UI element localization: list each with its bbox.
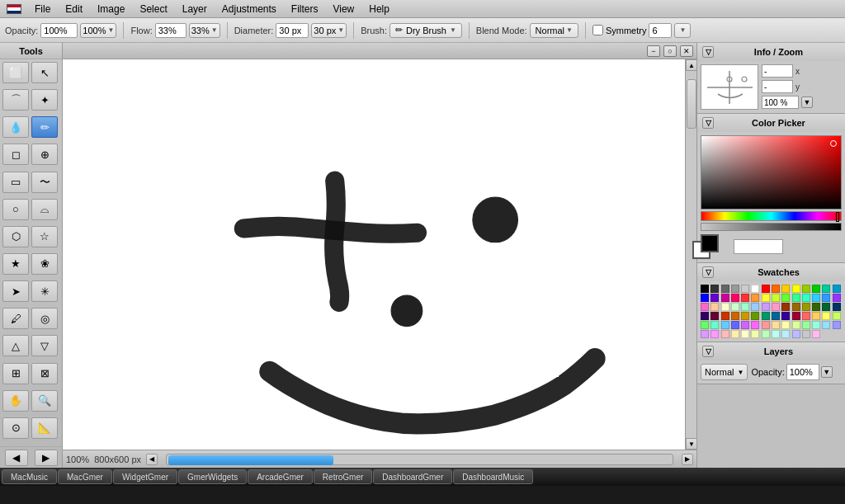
tool-star-fill[interactable]: ★ <box>2 253 29 275</box>
swatch-36[interactable] <box>781 303 790 311</box>
swatch-59[interactable] <box>731 321 739 329</box>
flow-dropdown[interactable]: 33% ▼ <box>189 23 220 38</box>
tool-lasso-poly[interactable]: ⌓ <box>31 199 58 220</box>
swatch-24[interactable] <box>802 294 810 302</box>
swatch-50[interactable] <box>781 312 790 320</box>
swatch-48[interactable] <box>762 312 770 320</box>
symmetry-input[interactable] <box>649 23 672 38</box>
swatch-31[interactable] <box>731 303 739 311</box>
menu-adjustments[interactable]: Adjustments <box>215 2 283 16</box>
tool-marquee-rect[interactable]: ⬜ <box>2 62 29 83</box>
swatch-5[interactable] <box>751 285 759 293</box>
swatch-1[interactable] <box>710 285 719 293</box>
tool-brush[interactable]: ✏ <box>31 116 58 138</box>
swatch-32[interactable] <box>741 303 749 311</box>
tool-eyedropper2[interactable]: ⊙ <box>2 417 29 439</box>
swatch-46[interactable] <box>741 312 749 320</box>
swatch-23[interactable] <box>792 294 800 302</box>
swatch-72[interactable] <box>721 330 729 338</box>
swatch-61[interactable] <box>751 321 759 329</box>
tool-arrow[interactable]: ➤ <box>2 280 29 302</box>
y-coord-input[interactable] <box>762 80 793 93</box>
color-hue-bar[interactable] <box>701 211 842 221</box>
menu-image[interactable]: Image <box>91 2 131 16</box>
swatch-44[interactable] <box>721 312 729 320</box>
tools-next-button[interactable]: ▶ <box>35 450 58 466</box>
tool-burn[interactable]: ▽ <box>31 335 58 356</box>
swatch-74[interactable] <box>741 330 749 338</box>
layers-mode-dropdown[interactable]: Normal ▼ <box>701 364 748 380</box>
zoom-input[interactable] <box>762 96 799 109</box>
swatch-57[interactable] <box>710 321 719 329</box>
swatch-56[interactable] <box>701 321 709 329</box>
swatch-43[interactable] <box>710 312 719 320</box>
taskbar-item-macgmer[interactable]: MacGmer <box>58 469 112 484</box>
swatch-37[interactable] <box>792 303 800 311</box>
swatch-29[interactable] <box>710 303 719 311</box>
swatch-30[interactable] <box>721 303 729 311</box>
tool-eraser[interactable]: ◻ <box>2 144 29 165</box>
swatch-0[interactable] <box>701 285 709 293</box>
info-zoom-collapse-button[interactable]: ▽ <box>702 46 714 58</box>
swatch-14[interactable] <box>701 294 709 302</box>
canvas-minimize-button[interactable]: − <box>647 45 660 57</box>
color-picker-collapse-button[interactable]: ▽ <box>702 117 714 129</box>
layers-opacity-input[interactable] <box>786 364 819 380</box>
tool-dodge[interactable]: △ <box>2 335 29 356</box>
tool-move[interactable]: ↖ <box>31 62 58 83</box>
tool-measure[interactable]: 📐 <box>31 417 58 439</box>
opacity-dropdown[interactable]: 100% ▼ <box>80 23 116 38</box>
swatch-38[interactable] <box>802 303 810 311</box>
swatch-55[interactable] <box>833 312 841 320</box>
swatch-53[interactable] <box>812 312 820 320</box>
taskbar-item-retrogmer[interactable]: RetroGmer <box>314 469 372 484</box>
swatch-34[interactable] <box>762 303 770 311</box>
swatches-collapse-button[interactable]: ▽ <box>702 266 714 278</box>
tool-eyedropper[interactable]: 💧 <box>2 116 29 138</box>
swatch-26[interactable] <box>822 294 830 302</box>
color-alpha-bar[interactable] <box>701 223 842 231</box>
swatch-18[interactable] <box>741 294 749 302</box>
hscroll-right-button[interactable]: ▶ <box>682 454 693 465</box>
tool-rect-select[interactable]: ▭ <box>2 172 29 193</box>
tool-clone-stamp[interactable]: ⊕ <box>31 144 58 165</box>
swatch-71[interactable] <box>710 330 719 338</box>
swatch-69[interactable] <box>833 321 841 329</box>
opacity-input[interactable] <box>40 23 78 38</box>
menu-layer[interactable]: Layer <box>176 2 214 16</box>
swatch-6[interactable] <box>762 285 770 293</box>
canvas-zoom-button[interactable]: ○ <box>663 45 677 57</box>
swatch-17[interactable] <box>731 294 739 302</box>
swatch-28[interactable] <box>701 303 709 311</box>
tool-sparkle[interactable]: ✳ <box>31 280 58 302</box>
diameter-input[interactable] <box>276 23 309 38</box>
layers-opacity-arrow[interactable]: ▼ <box>821 366 833 378</box>
swatch-21[interactable] <box>772 294 780 302</box>
vscroll-down-button[interactable]: ▼ <box>686 438 696 450</box>
swatch-64[interactable] <box>781 321 790 329</box>
menu-select[interactable]: Select <box>133 2 173 16</box>
swatch-65[interactable] <box>792 321 800 329</box>
taskbar-item-macmusic[interactable]: MacMusic <box>2 469 57 484</box>
menu-edit[interactable]: Edit <box>59 2 89 16</box>
brush-dropdown[interactable]: ✏ Dry Brush ▼ <box>389 23 462 38</box>
tool-transform[interactable]: ⊠ <box>31 363 58 384</box>
swatch-9[interactable] <box>792 285 800 293</box>
swatch-4[interactable] <box>741 285 749 293</box>
x-coord-input[interactable] <box>762 64 793 78</box>
tool-flower[interactable]: ❀ <box>31 253 58 275</box>
swatch-67[interactable] <box>812 321 820 329</box>
tool-polygon[interactable]: ⬡ <box>2 226 29 247</box>
canvas-close-button[interactable]: ✕ <box>680 45 693 57</box>
symmetry-dropdown[interactable]: ▼ <box>674 23 691 38</box>
swatch-73[interactable] <box>731 330 739 338</box>
swatch-51[interactable] <box>792 312 800 320</box>
color-gradient[interactable] <box>701 135 842 210</box>
flow-input[interactable] <box>155 23 186 38</box>
swatch-15[interactable] <box>710 294 719 302</box>
swatch-27[interactable] <box>833 294 841 302</box>
taskbar-item-widgetgmer[interactable]: WidgetGmer <box>113 469 177 484</box>
swatch-78[interactable] <box>781 330 790 338</box>
taskbar-item-arcadegmer[interactable]: ArcadeGmer <box>248 469 313 484</box>
swatch-20[interactable] <box>762 294 770 302</box>
